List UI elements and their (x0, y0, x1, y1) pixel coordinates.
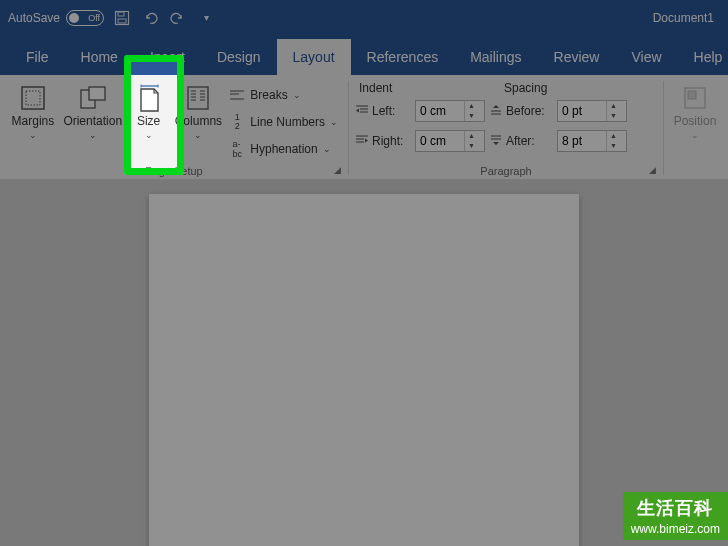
spacing-after-field[interactable] (558, 134, 606, 148)
indent-left-label: Left: (355, 104, 411, 119)
redo-icon[interactable] (168, 8, 188, 28)
spin-down-icon[interactable]: ▼ (607, 111, 620, 121)
tab-insert[interactable]: Insert (134, 39, 201, 75)
spacing-before-label: Before: (489, 104, 553, 119)
line-numbers-icon: 12 (229, 114, 245, 130)
margins-icon (18, 83, 48, 113)
size-icon (134, 83, 164, 113)
chevron-down-icon: ⌄ (293, 90, 301, 100)
page-setup-dialog-launcher[interactable]: ◢ (334, 165, 346, 177)
watermark-url: www.bimeiz.com (631, 522, 720, 536)
spacing-header: Spacing (500, 81, 547, 95)
undo-icon[interactable] (140, 8, 160, 28)
page-setup-group-label: Page Setup (6, 163, 342, 179)
svg-rect-33 (688, 91, 696, 99)
indent-right-field[interactable] (416, 134, 464, 148)
ribbon: Margins ⌄ Orientation ⌄ Size ⌄ (0, 75, 728, 180)
indent-right-label: Right: (355, 134, 411, 149)
chevron-down-icon: ⌄ (323, 144, 331, 154)
position-button: Position ⌄ (670, 79, 720, 179)
tab-layout[interactable]: Layout (277, 39, 351, 75)
breaks-button[interactable]: Breaks ⌄ (225, 83, 342, 107)
chevron-down-icon: ⌄ (29, 130, 37, 140)
spin-down-icon[interactable]: ▼ (465, 141, 478, 151)
orientation-icon (78, 83, 108, 113)
tab-view[interactable]: View (615, 39, 677, 75)
margins-button[interactable]: Margins ⌄ (6, 79, 60, 163)
indent-right-icon (355, 134, 369, 149)
tab-references[interactable]: References (351, 39, 455, 75)
tab-help[interactable]: Help (678, 39, 728, 75)
svg-rect-6 (89, 87, 105, 100)
indent-left-input[interactable]: ▲▼ (415, 100, 485, 122)
save-icon[interactable] (112, 8, 132, 28)
hyphenation-button[interactable]: a-bc Hyphenation ⌄ (225, 137, 342, 161)
hyphenation-icon: a-bc (229, 141, 245, 157)
spacing-before-field[interactable] (558, 104, 606, 118)
orientation-button[interactable]: Orientation ⌄ (62, 79, 124, 163)
chevron-down-icon: ⌄ (194, 130, 202, 140)
watermark-badge: 生活百科 www.bimeiz.com (623, 492, 728, 540)
spin-up-icon[interactable]: ▲ (607, 101, 620, 111)
size-button[interactable]: Size ⌄ (126, 79, 172, 163)
autosave-toggle[interactable]: AutoSave Off (8, 10, 104, 26)
chevron-down-icon: ⌄ (330, 117, 338, 127)
columns-icon (183, 83, 213, 113)
autosave-pill[interactable]: Off (66, 10, 104, 26)
workspace (0, 180, 728, 546)
tab-home[interactable]: Home (65, 39, 134, 75)
svg-rect-3 (22, 87, 44, 109)
chevron-down-icon: ⌄ (691, 130, 699, 140)
tab-design[interactable]: Design (201, 39, 277, 75)
line-numbers-button[interactable]: 12 Line Numbers ⌄ (225, 110, 342, 134)
group-page-setup: Margins ⌄ Orientation ⌄ Size ⌄ (0, 75, 348, 179)
spin-down-icon[interactable]: ▼ (465, 111, 478, 121)
svg-rect-1 (118, 12, 124, 16)
spacing-before-input[interactable]: ▲▼ (557, 100, 627, 122)
svg-rect-10 (188, 87, 208, 109)
autosave-label: AutoSave (8, 11, 60, 25)
watermark-title: 生活百科 (637, 496, 713, 520)
chevron-down-icon: ⌄ (89, 130, 97, 140)
paragraph-group-label: Paragraph (355, 163, 657, 179)
tab-mailings[interactable]: Mailings (454, 39, 537, 75)
svg-rect-4 (26, 91, 40, 105)
menu-tabs: File Home Insert Design Layout Reference… (0, 35, 728, 75)
spin-up-icon[interactable]: ▲ (465, 101, 478, 111)
columns-button[interactable]: Columns ⌄ (173, 79, 223, 163)
group-paragraph: Indent Spacing Left: ▲▼ (349, 75, 663, 179)
indent-left-field[interactable] (416, 104, 464, 118)
group-arrange: Position ⌄ (664, 75, 726, 179)
breaks-icon (229, 87, 245, 103)
paragraph-dialog-launcher[interactable]: ◢ (649, 165, 661, 177)
document-page[interactable] (149, 194, 579, 546)
indent-left-icon (355, 104, 369, 119)
indent-right-input[interactable]: ▲▼ (415, 130, 485, 152)
chevron-down-icon: ⌄ (145, 130, 153, 140)
document-title: Document1 (653, 11, 720, 25)
spin-up-icon[interactable]: ▲ (465, 131, 478, 141)
svg-rect-2 (118, 19, 126, 23)
spacing-after-label: After: (489, 134, 553, 149)
spacing-after-input[interactable]: ▲▼ (557, 130, 627, 152)
spacing-after-icon (489, 134, 503, 149)
title-bar: AutoSave Off ▾ Document1 (0, 0, 728, 35)
qat-customize-icon[interactable]: ▾ (196, 8, 216, 28)
spin-up-icon[interactable]: ▲ (607, 131, 620, 141)
spacing-before-icon (489, 104, 503, 119)
indent-header: Indent (355, 81, 500, 95)
tab-review[interactable]: Review (538, 39, 616, 75)
tab-file[interactable]: File (10, 39, 65, 75)
position-icon (680, 83, 710, 113)
spin-down-icon[interactable]: ▼ (607, 141, 620, 151)
